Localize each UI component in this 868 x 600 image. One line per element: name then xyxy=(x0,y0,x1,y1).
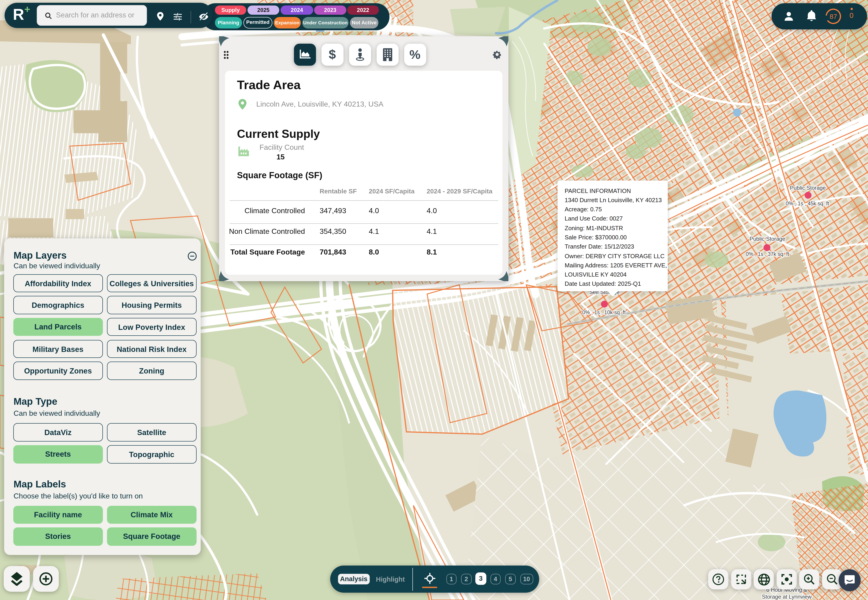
svg-text:0% , 1s , 37k sq. ft: 0% , 1s , 37k sq. ft xyxy=(746,251,789,257)
svg-text:Public Storage: Public Storage xyxy=(790,185,826,191)
svg-text:Public Storage: Public Storage xyxy=(750,236,785,242)
svg-text:0% , 1s , 45k sq. ft: 0% , 1s , 45k sq. ft xyxy=(786,200,829,206)
svg-text:Storage at Lynnview: Storage at Lynnview xyxy=(762,594,812,600)
svg-text:0% , 1s , 10k sq. ft: 0% , 1s , 10k sq. ft xyxy=(582,309,626,315)
svg-text:87: 87 xyxy=(830,13,837,20)
